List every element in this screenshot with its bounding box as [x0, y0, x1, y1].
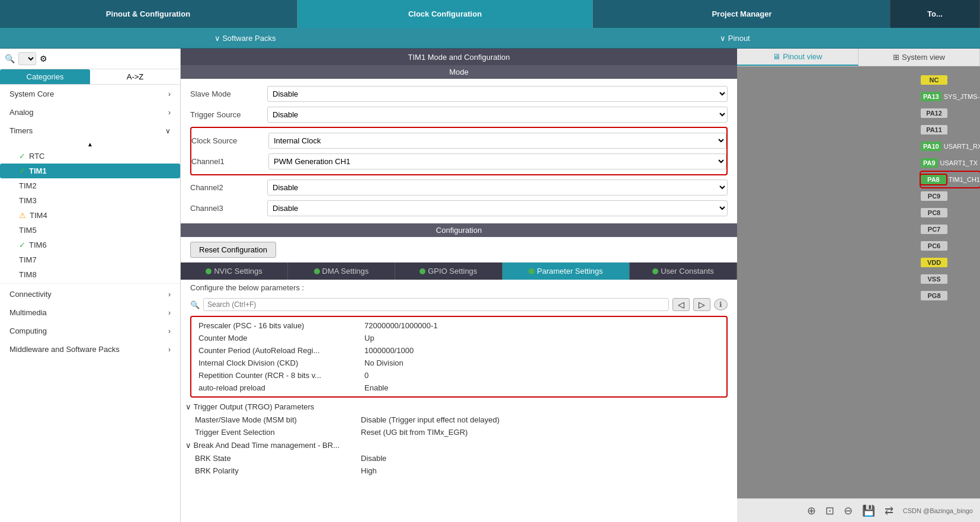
trigger-section-header[interactable]: ∨ Trigger Output (TRGO) Parameters [181, 400, 737, 414]
pin-box-nc: NC [921, 75, 947, 85]
pin-pa9: PA9 USART1_TX ◀ [921, 155, 980, 171]
param-prescaler: Prescaler (PSC - 16 bits value) 72000000… [194, 319, 724, 332]
sidebar-item-tim8[interactable]: TIM8 [0, 267, 180, 282]
sidebar-item-timers[interactable]: Timers ∨ [0, 121, 180, 140]
trigger-source-select[interactable]: Disable [267, 107, 728, 123]
tab-az[interactable]: A->Z [90, 69, 180, 84]
pin-box-pc8: PC8 [921, 208, 947, 217]
timers-collapse-arrow[interactable]: ▲ [0, 140, 180, 149]
slave-mode-select[interactable]: Disable [267, 86, 728, 102]
export-icon[interactable]: ⇄ [885, 504, 893, 517]
tab-gpio[interactable]: GPIO Settings [395, 262, 502, 280]
channel3-select[interactable]: Disable [267, 200, 728, 216]
bottom-bar: ⊕ ⊡ ⊖ 💾 ⇄ CSDN @Bazinga_bingo [737, 498, 980, 522]
pin-box-pc6: PC6 [921, 241, 947, 251]
search-row: 🔍 ◁ ▷ ℹ [181, 296, 737, 313]
clock-source-select[interactable]: Internal Clock [268, 133, 726, 149]
search-prev-button[interactable]: ◁ [672, 298, 690, 311]
sidebar-item-tim5[interactable]: TIM5 [0, 223, 180, 238]
pin-box-pa8: PA8 [921, 175, 946, 184]
system-view-icon: ⊞ [893, 53, 899, 62]
pin-pa12: PA12 [921, 105, 980, 121]
dot-icon [652, 268, 658, 274]
info-button[interactable]: ℹ [714, 299, 728, 310]
sidebar-item-tim4[interactable]: ⚠ TIM4 [0, 208, 180, 223]
zoom-out-icon[interactable]: ⊖ [844, 504, 853, 517]
gear-icon[interactable]: ⚙ [40, 54, 47, 63]
search-next-button[interactable]: ▷ [693, 298, 710, 311]
pin-box-pa12: PA12 [921, 108, 947, 118]
check-icon: ✓ [19, 166, 25, 175]
dot-icon [206, 268, 212, 274]
channel2-select[interactable]: Disable [267, 180, 728, 196]
top-nav: Pinout & Configuration Clock Configurati… [0, 0, 980, 28]
sidebar-item-analog[interactable]: Analog › [0, 103, 180, 121]
chevron-right-icon: › [168, 90, 171, 98]
param-msm: Master/Slave Mode (MSM bit) Disable (Tri… [181, 414, 737, 426]
sidebar-item-tim7[interactable]: TIM7 [0, 252, 180, 267]
param-counter-period: Counter Period (AutoReload Regi... 10000… [194, 344, 724, 357]
chevron-right-icon: › [168, 108, 171, 117]
pin-box-pa11: PA11 [921, 125, 947, 134]
sidebar-item-rtc[interactable]: ✓ RTC [0, 149, 180, 164]
dot-icon [419, 268, 425, 274]
pin-vss: VSS [921, 271, 980, 287]
break-section-header[interactable]: ∨ Break And Dead Time management - BR... [181, 438, 737, 452]
save-icon[interactable]: 💾 [862, 504, 875, 517]
params-label: Configure the below parameters : [181, 280, 737, 296]
search-icon: 🔍 [5, 54, 15, 63]
pin-box-pc9: PC9 [921, 191, 947, 201]
nav-clock[interactable]: Clock Configuration [297, 0, 594, 28]
panel-title: TIM1 Mode and Configuration [181, 49, 737, 65]
pin-pa13: PA13 SYS_JTMS-SWDIO [921, 89, 980, 104]
param-brk-polarity: BRK Polarity High [181, 465, 737, 477]
sidebar-item-computing[interactable]: Computing › [0, 322, 180, 340]
pin-pg8: PG8 [921, 288, 980, 303]
nav-tools[interactable]: To... [891, 0, 980, 28]
center-panel: TIM1 Mode and Configuration Mode Slave M… [181, 49, 737, 522]
tab-user-constants[interactable]: User Constants [630, 262, 737, 280]
sidebar-item-tim1[interactable]: ✓ TIM1 [0, 164, 180, 178]
nav-pinout[interactable]: Pinout & Configuration [0, 0, 297, 28]
tab-system-view[interactable]: ⊞ System view [859, 49, 980, 66]
tab-dma[interactable]: DMA Settings [288, 262, 395, 280]
config-tabs: NVIC Settings DMA Settings GPIO Settings… [181, 262, 737, 280]
tab-categories[interactable]: Categories [0, 69, 90, 84]
check-icon: ✓ [19, 241, 25, 249]
param-trigger-event: Trigger Event Selection Reset (UG bit fr… [181, 426, 737, 438]
pin-pa8: PA8 TIM1_CH1 [921, 172, 980, 187]
search-dropdown[interactable] [18, 52, 36, 65]
tab-pinout-view[interactable]: 🖥 Pinout view [737, 49, 859, 66]
slave-mode-row: Slave Mode Disable [190, 84, 728, 104]
nav-project[interactable]: Project Manager [594, 0, 891, 28]
sidebar-item-multimedia[interactable]: Multimedia › [0, 303, 180, 322]
channel1-row: Channel1 PWM Generation CH1 [191, 151, 726, 172]
param-autoreload: auto-reload preload Enable [194, 382, 724, 394]
chip-pins-right: NC PA13 SYS_JTMS-SWDIO PA12 PA11 [921, 66, 980, 498]
sidebar-item-middleware[interactable]: Middleware and Software Packs › [0, 340, 180, 358]
zoom-in-icon[interactable]: ⊕ [807, 504, 816, 517]
sidebar-item-tim6[interactable]: ✓ TIM6 [0, 238, 180, 252]
mode-grid: Slave Mode Disable Trigger Source Disabl… [181, 79, 737, 223]
sidebar-item-system-core[interactable]: System Core › [0, 85, 180, 103]
pinout-btn[interactable]: ∨ Pinout [490, 28, 980, 48]
chip-body [737, 66, 921, 498]
tab-parameter-settings[interactable]: Parameter Settings [502, 262, 630, 280]
param-repetition: Repetition Counter (RCR - 8 bits v... 0 [194, 369, 724, 382]
sidebar-item-tim2[interactable]: TIM2 [0, 178, 180, 193]
search-icon: 🔍 [190, 300, 200, 309]
pin-nc: NC [921, 72, 980, 88]
pin-box-pa9: PA9 [921, 158, 938, 168]
dot-icon [314, 268, 320, 274]
params-search-input[interactable] [203, 298, 669, 311]
sidebar-item-connectivity[interactable]: Connectivity › [0, 285, 180, 303]
param-brk-state: BRK State Disable [181, 452, 737, 465]
fit-view-icon[interactable]: ⊡ [825, 504, 834, 517]
channel1-select[interactable]: PWM Generation CH1 [268, 153, 726, 169]
reset-config-button[interactable]: Reset Configuration [190, 242, 276, 258]
software-packs-btn[interactable]: ∨ Software Packs [0, 28, 490, 48]
params-highlighted-group: Prescaler (PSC - 16 bits value) 72000000… [190, 316, 728, 398]
sidebar-item-tim3[interactable]: TIM3 [0, 193, 180, 208]
tab-nvic[interactable]: NVIC Settings [181, 262, 288, 280]
clock-source-row: Clock Source Internal Clock [191, 130, 726, 151]
